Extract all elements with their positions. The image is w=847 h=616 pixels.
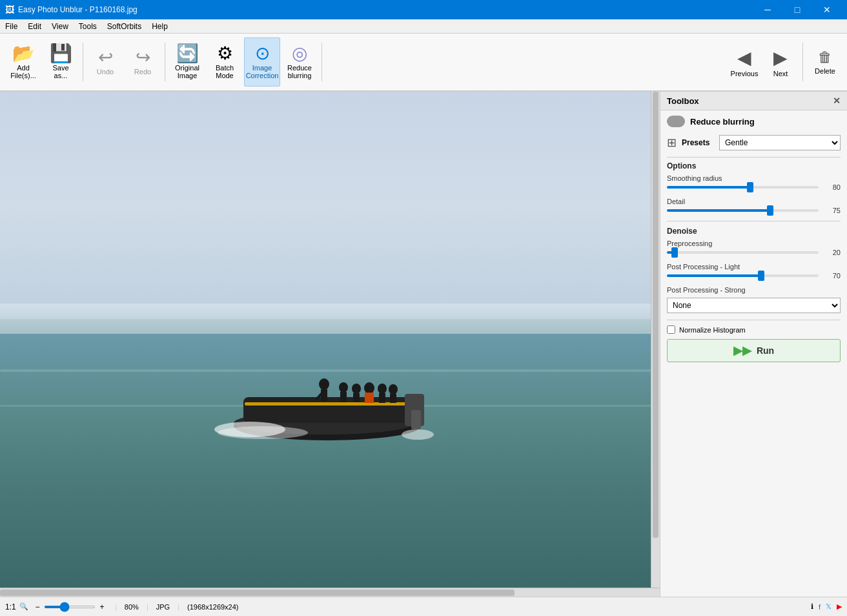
- menu-view[interactable]: View: [46, 21, 74, 32]
- batch-mode-button[interactable]: ⚙ Batch Mode: [207, 37, 243, 87]
- zoom-icon: 🔍: [19, 602, 28, 611]
- svg-rect-16: [379, 393, 385, 403]
- boat-scene: [0, 92, 660, 597]
- presets-label: Presets: [682, 138, 714, 147]
- next-button[interactable]: ▶ Next: [764, 37, 797, 87]
- add-files-label: Add File(s)...: [10, 64, 36, 79]
- menu-tools[interactable]: Tools: [74, 21, 102, 32]
- redo-button[interactable]: ↪ Redo: [125, 37, 161, 87]
- h-scrollbar[interactable]: [0, 588, 660, 597]
- h-scroll-thumb[interactable]: [0, 590, 515, 596]
- zoom-fit-button[interactable]: 1:1: [5, 602, 15, 611]
- menu-help[interactable]: Help: [147, 21, 173, 32]
- previous-icon: ◀: [737, 47, 751, 68]
- svg-point-21: [402, 429, 434, 440]
- facebook-icon[interactable]: f: [819, 603, 821, 611]
- preprocessing-thumb[interactable]: [671, 247, 678, 258]
- menu-file[interactable]: File: [0, 21, 23, 32]
- preprocessing-row: Preprocessing 20: [667, 240, 841, 256]
- add-files-button[interactable]: 📂 Add File(s)...: [5, 37, 41, 87]
- post-processing-light-thumb[interactable]: [758, 271, 764, 281]
- presets-select[interactable]: Gentle Medium Strong Custom: [719, 135, 841, 150]
- svg-point-9: [339, 382, 348, 393]
- post-processing-light-label: Post Processing - Light: [667, 263, 841, 271]
- app-icon: 🖼: [5, 5, 14, 15]
- title-bar: 🖼 Easy Photo Unblur - P1160168.jpg ─ □ ✕: [0, 0, 847, 19]
- run-label: Run: [757, 345, 774, 356]
- next-label: Next: [773, 70, 788, 77]
- smoothing-radius-fill: [667, 186, 750, 189]
- smoothing-radius-container: 80: [667, 183, 841, 191]
- maximize-button[interactable]: □: [782, 0, 812, 19]
- image-correction-label: Image Correction: [246, 64, 279, 79]
- v-scrollbar[interactable]: [651, 92, 660, 588]
- divider-2: [667, 221, 841, 221]
- post-processing-light-track[interactable]: [667, 274, 819, 277]
- zoom-in-button[interactable]: +: [97, 602, 107, 611]
- image-correction-icon: ⊙: [255, 45, 270, 63]
- title-bar-left: 🖼 Easy Photo Unblur - P1160168.jpg: [5, 5, 138, 15]
- image-correction-button[interactable]: ⊙ Image Correction: [244, 37, 280, 87]
- menu-edit[interactable]: Edit: [23, 21, 46, 32]
- post-processing-strong-select[interactable]: None Light Medium Strong: [667, 298, 841, 313]
- reduce-blurring-icon: [667, 116, 685, 127]
- toolbox-close-button[interactable]: ✕: [833, 96, 841, 106]
- previous-label: Previous: [731, 70, 759, 77]
- toolbox-body: Reduce blurring ⊞ Presets Gentle Medium …: [660, 110, 847, 367]
- toolbar-separator-3: [321, 43, 322, 81]
- batch-mode-label: Batch Mode: [216, 64, 234, 79]
- undo-icon: ↩: [98, 48, 113, 67]
- reduce-blurring-section: Reduce blurring: [667, 116, 841, 127]
- svg-point-6: [319, 378, 329, 390]
- presets-icon: ⊞: [667, 136, 677, 150]
- preprocessing-track[interactable]: [667, 251, 819, 254]
- original-image-button[interactable]: 🔄 Original Image: [169, 37, 205, 87]
- smoothing-radius-thumb[interactable]: [747, 182, 753, 192]
- svg-point-17: [389, 384, 398, 395]
- detail-container: 75: [667, 207, 841, 214]
- post-processing-strong-row: Post Processing - Strong None Light Medi…: [667, 286, 841, 313]
- run-button[interactable]: ▶▶ Run: [667, 339, 841, 362]
- close-button[interactable]: ✕: [812, 0, 842, 19]
- window-title: Easy Photo Unblur - P1160168.jpg: [18, 5, 138, 14]
- info-icon[interactable]: ℹ: [811, 602, 813, 611]
- original-image-label: Original Image: [175, 64, 199, 79]
- reduce-blurring-button[interactable]: ◎ Reduce blurring: [281, 37, 318, 87]
- preprocessing-value: 20: [822, 249, 841, 256]
- undo-button[interactable]: ↩ Undo: [87, 37, 123, 87]
- youtube-icon[interactable]: ▶: [837, 602, 842, 611]
- svg-point-20: [218, 426, 308, 439]
- zoom-slider[interactable]: [44, 606, 96, 608]
- options-label: Options: [667, 161, 841, 170]
- toolbar: 📂 Add File(s)... 💾 Save as... ↩ Undo ↪ R…: [0, 34, 847, 92]
- zoom-out-button[interactable]: −: [32, 602, 43, 611]
- toolbox-panel: Toolbox ✕ Reduce blurring ⊞ Presets Gent…: [660, 92, 847, 597]
- svg-point-15: [378, 384, 387, 394]
- smoothing-radius-value: 80: [822, 183, 841, 191]
- delete-button[interactable]: 🗑 Delete: [808, 37, 842, 87]
- reduce-blurring-header: Reduce blurring: [667, 116, 841, 127]
- original-image-icon: 🔄: [176, 45, 199, 63]
- zoom-controls: 1:1 🔍 − +: [5, 602, 107, 611]
- detail-track[interactable]: [667, 209, 819, 212]
- v-scroll-thumb[interactable]: [653, 92, 658, 538]
- toolbar-separator-1: [83, 43, 83, 81]
- detail-value: 75: [822, 207, 841, 214]
- image-area[interactable]: [0, 92, 660, 597]
- status-bar: 1:1 🔍 − + | 80% | JPG | (1968x1269x24) ℹ…: [0, 597, 847, 616]
- reduce-blurring-title: Reduce blurring: [690, 117, 755, 127]
- menu-softorbits[interactable]: SoftOrbits: [102, 21, 147, 32]
- save-as-button[interactable]: 💾 Save as...: [43, 37, 79, 87]
- normalize-histogram-checkbox[interactable]: [667, 325, 675, 334]
- detail-thumb[interactable]: [767, 205, 773, 216]
- svg-point-11: [352, 384, 361, 394]
- detail-fill: [667, 209, 770, 212]
- previous-button[interactable]: ◀ Previous: [728, 37, 761, 87]
- smoothing-radius-track[interactable]: [667, 186, 819, 189]
- redo-icon: ↪: [136, 48, 150, 67]
- toolbox-header: Toolbox ✕: [660, 92, 847, 110]
- minimize-button[interactable]: ─: [753, 0, 782, 19]
- twitter-icon[interactable]: 𝕏: [826, 602, 832, 611]
- reduce-blurring-icon: ◎: [292, 45, 307, 63]
- normalize-histogram-label[interactable]: Normalize Histogram: [679, 326, 746, 334]
